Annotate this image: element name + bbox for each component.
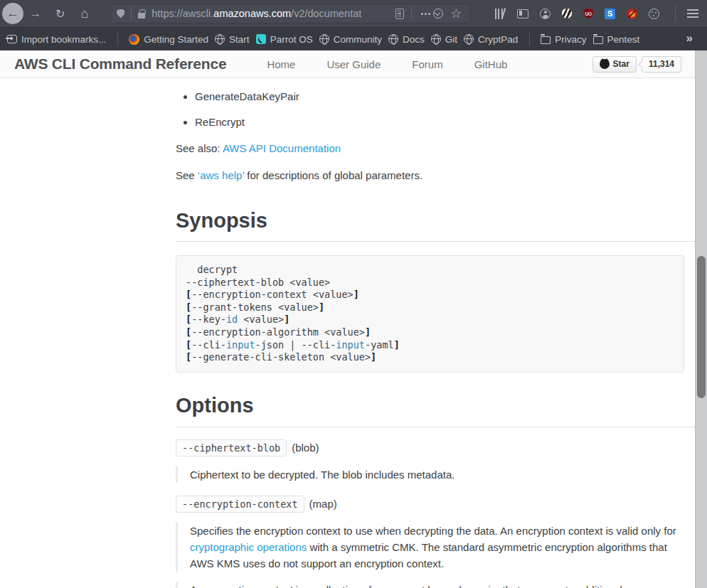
page-scrollbar[interactable] [695,50,707,588]
bookmark-item[interactable]: Community [319,34,382,45]
global-params-paragraph: See ‘aws help’ for descriptions of globa… [176,169,684,183]
url-domain: amazonaws.com [213,8,291,19]
ublock-origin-icon[interactable]: UO [583,9,593,19]
code-line: [--generate-cli-skeleton <value>] [186,351,674,364]
cookie-manager-icon[interactable] [649,9,659,19]
bookmark-label: Community [334,34,382,45]
github-star-button[interactable]: Star [592,56,637,73]
code-line: [--key-id <value>] [186,314,674,326]
url-text[interactable]: https://awscli.amazonaws.com/v2/document… [152,8,393,19]
list-item: GenerateDataKeyPair [195,90,695,102]
lock-icon[interactable] [138,13,145,18]
github-star-count[interactable]: 11,314 [642,56,681,73]
option-name: --encryption-context [176,496,304,513]
tracking-protection-shield-icon[interactable] [117,9,124,18]
bookmark-label: Start [229,34,250,45]
bookmark-item[interactable]: CryptPad [464,34,518,45]
account-icon[interactable] [540,9,551,19]
text-link[interactable]: ‘aws help’ [198,169,244,181]
api-list: GenerateDataKeyPair ReEncrypt [176,90,695,128]
bookmark-item[interactable]: Privacy [541,34,586,45]
code-line: [--encryption-algorithm <value>] [186,326,674,339]
text-span: ] [371,351,376,363]
url-bar[interactable]: https://awscli.amazonaws.com/v2/document… [110,4,471,23]
nav-link[interactable]: Forum [412,58,442,70]
forward-icon: → [30,7,41,20]
nav-link[interactable]: Home [267,58,295,70]
text-span: -yaml [365,339,394,351]
option-type: (blob) [292,442,319,454]
option-paragraph: An encryption context is a collection of… [176,582,682,588]
text-span: ] [319,301,324,313]
toolbar-separator [675,5,676,22]
option-block: --encryption-context(map) Specifies the … [176,493,695,588]
bookmark-item[interactable]: Start [215,34,250,45]
bookmark-icon [541,36,551,44]
library-icon[interactable] [495,9,506,19]
bookmarks-overflow-chevron[interactable]: » [686,31,693,46]
bookmark-icon [388,34,398,44]
github-star-widget: Star 11,314 [592,56,681,73]
doc-content: GenerateDataKeyPair ReEncrypt See also: … [0,90,695,588]
text-span: decrypt [186,264,238,275]
reload-button[interactable]: ↻ [55,7,65,21]
sidebar-icon[interactable] [517,9,528,18]
bookmark-icon [215,34,225,44]
bookmark-item[interactable]: Docs [388,34,425,45]
text-span: ] [394,339,400,351]
code-line: --ciphertext-blob <value> [186,277,674,289]
site-nav: Home User Guide Forum GitHub [251,58,523,70]
nav-link[interactable]: User Guide [326,58,381,70]
text-link[interactable]: AWS API Documentation [223,142,341,154]
bookmark-item[interactable]: Pentest [593,34,640,45]
text-span: [ [186,301,191,313]
bookmark-item[interactable]: Import bookmarks... [7,34,106,45]
text-span: ] [365,326,371,338]
text-span: Specifies the encryption context to use … [190,525,676,537]
bookmark-label: Import bookmarks... [21,34,106,45]
bookmark-label: Git [445,34,457,45]
reader-mode-icon[interactable] [395,9,404,19]
hamburger-menu-icon[interactable] [687,9,698,11]
bookmark-item[interactable] [112,32,122,46]
home-button[interactable]: ⌂ [80,6,88,21]
scrollbar-thumb[interactable] [697,256,706,398]
cookie-blocker-icon[interactable] [627,9,637,19]
urlbar-separator-2 [411,6,412,21]
bookmark-icon [129,34,139,45]
text-span: ] [284,314,289,325]
privacy-badger-icon[interactable] [562,9,572,18]
text-span: -json | --cli- [255,339,336,351]
bookmark-label: Parrot OS [270,34,313,45]
back-button[interactable]: ← [2,3,23,24]
text-span: input [336,339,365,351]
synopsis-rule [176,241,695,242]
urlbar-separator [131,6,132,21]
back-icon: ← [7,6,19,21]
text-span: --encryption-algorithm <value> [191,326,365,338]
bookmark-label: Docs [403,34,425,45]
text-span: is a collection of non-secret key-value … [292,584,622,588]
bookmark-item[interactable]: Git [431,34,457,45]
nav-link[interactable]: GitHub [474,58,508,70]
bookmark-item[interactable]: Getting Started [129,34,208,45]
bookmark-item[interactable]: Parrot OS [256,34,313,45]
forward-button[interactable]: → [30,7,41,20]
bookmark-icon [593,36,603,44]
text-span: input [226,339,255,351]
option-name: --ciphertext-blob [176,439,287,456]
bookmark-star-icon[interactable]: ☆ [450,7,462,20]
site-header: AWS CLI Command Reference Home User Guid… [0,50,707,78]
pocket-icon[interactable] [433,9,443,18]
text-span: --grant-tokens <value> [191,301,319,313]
text-span: id [226,314,238,325]
text-link[interactable]: cryptographic operations [190,541,307,553]
list-item: ReEncrypt [195,116,695,128]
text-span: --key- [191,314,226,325]
bookmark-item[interactable] [524,32,534,46]
stylus-icon[interactable]: S [605,9,615,19]
bookmark-icon [256,34,266,44]
page-actions-icon[interactable] [421,13,423,15]
bookmark-icon [7,35,17,43]
text-span: Ciphertext to be decrypted. The blob inc… [190,469,455,481]
